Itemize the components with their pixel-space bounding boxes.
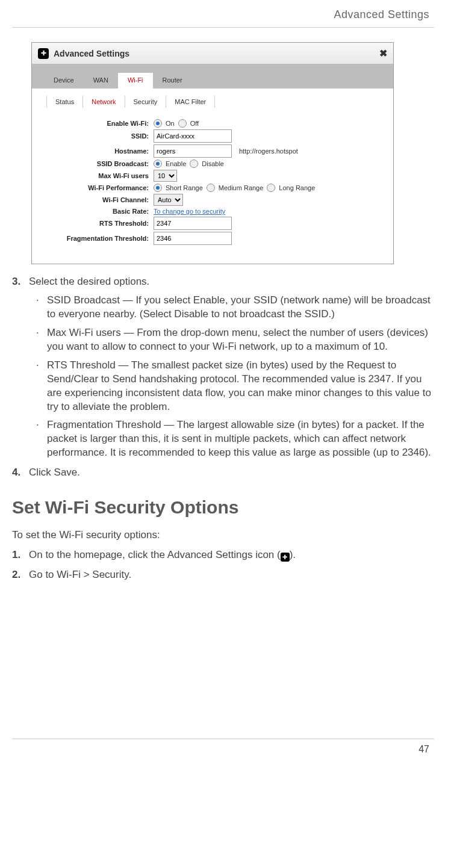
- step-text: Click Save.: [29, 466, 80, 480]
- intro-text: To set the Wi-Fi security options:: [12, 529, 434, 542]
- radio-short-label: Short Range: [166, 184, 203, 191]
- bullet-dot-icon: ·: [36, 326, 47, 354]
- step1-pre: On to the homepage, click the Advanced S…: [29, 549, 281, 560]
- radio-off-label: Off: [190, 120, 199, 127]
- step-number: 1.: [12, 548, 29, 562]
- shield-icon: ✚: [38, 48, 49, 59]
- frag-label: Fragmentation Threshold:: [46, 235, 154, 242]
- bullet-dot-icon: ·: [36, 294, 47, 321]
- step1-post: ).: [290, 549, 296, 560]
- step-number: 4.: [12, 466, 29, 480]
- bullet-dot-icon: ·: [36, 359, 47, 414]
- sub-tabs: Status Network Security MAC Filter: [32, 88, 393, 111]
- ssid-input[interactable]: [154, 129, 232, 143]
- step-text: Go to Wi-Fi > Security.: [29, 568, 131, 582]
- hostname-input[interactable]: [154, 144, 232, 158]
- radio-medium-label: Medium Range: [219, 184, 264, 191]
- step-text: On to the homepage, click the Advanced S…: [29, 548, 296, 562]
- tab-wan[interactable]: WAN: [84, 73, 118, 88]
- hostname-suffix: http://rogers.hotspot: [239, 147, 298, 155]
- tab-device[interactable]: Device: [44, 73, 84, 88]
- sec-step-1: 1. On to the homepage, click the Advance…: [12, 548, 434, 562]
- bullet-item: · Fragmentation Threshold — The largest …: [36, 418, 434, 460]
- radio-short[interactable]: [154, 184, 162, 192]
- hostname-label: Hostname:: [46, 147, 154, 155]
- bullet-text: RTS Threshold — The smallest packet size…: [47, 359, 434, 414]
- bullet-dot-icon: ·: [36, 418, 47, 460]
- step-number: 3.: [12, 275, 29, 289]
- radio-disable-label: Disable: [202, 160, 224, 167]
- page-number: 47: [12, 739, 434, 755]
- enable-wifi-label: Enable Wi-Fi:: [46, 120, 154, 127]
- frag-input[interactable]: [154, 232, 232, 245]
- ssid-label: SSID:: [46, 132, 154, 140]
- radio-long[interactable]: [267, 184, 275, 192]
- radio-on[interactable]: [154, 119, 162, 128]
- bullet-text: Max Wi-Fi users — From the drop-down men…: [47, 326, 434, 354]
- shield-icon: ✚: [281, 553, 290, 562]
- radio-off[interactable]: [178, 119, 187, 128]
- step-number: 2.: [12, 568, 29, 582]
- subtab-network[interactable]: Network: [83, 96, 125, 108]
- bullet-text: Fragmentation Threshold — The largest al…: [47, 418, 434, 460]
- close-icon[interactable]: ✖: [379, 48, 387, 59]
- radio-enable[interactable]: [154, 160, 162, 168]
- channel-label: Wi-Fi Channel:: [46, 196, 154, 203]
- radio-enable-label: Enable: [166, 160, 186, 167]
- subtab-status[interactable]: Status: [46, 96, 83, 108]
- bullet-item: · SSID Broadcast — If you select Enable,…: [36, 294, 434, 321]
- bullet-text: SSID Broadcast — If you select Enable, y…: [47, 294, 434, 321]
- radio-on-label: On: [166, 120, 175, 127]
- tab-wifi[interactable]: Wi-Fi: [118, 73, 153, 88]
- form-area: Enable Wi-Fi: On Off SSID: Hostname:: [32, 111, 393, 264]
- radio-disable[interactable]: [190, 160, 198, 168]
- basic-rate-link[interactable]: To change go to security: [154, 208, 225, 215]
- sec-step-2: 2. Go to Wi-Fi > Security.: [12, 568, 434, 582]
- bullet-item: · RTS Threshold — The smallest packet si…: [36, 359, 434, 414]
- advanced-settings-dialog: ✚ Advanced Settings ✖ Device WAN Wi-Fi R…: [31, 42, 394, 264]
- channel-select[interactable]: Auto: [154, 194, 183, 206]
- step-text: Select the desired options.: [29, 275, 149, 289]
- step-3: 3. Select the desired options.: [12, 275, 434, 289]
- radio-long-label: Long Range: [279, 184, 315, 191]
- tab-router[interactable]: Router: [153, 73, 192, 88]
- primary-tabs: Device WAN Wi-Fi Router: [32, 64, 393, 88]
- section-heading: Set Wi-Fi Security Options: [12, 495, 434, 520]
- radio-medium[interactable]: [207, 184, 215, 192]
- rts-input[interactable]: [154, 217, 232, 230]
- max-users-select[interactable]: 10: [154, 170, 177, 182]
- rts-label: RTS Threshold:: [46, 220, 154, 227]
- ssid-broadcast-label: SSID Broadcast:: [46, 160, 154, 167]
- dialog-title: Advanced Settings: [54, 49, 379, 58]
- step-4: 4. Click Save.: [12, 466, 434, 480]
- subtab-macfilter[interactable]: MAC Filter: [166, 96, 215, 108]
- max-users-label: Max Wi-Fi users: [46, 172, 154, 179]
- basic-rate-label: Basic Rate:: [46, 208, 154, 215]
- bullet-item: · Max Wi-Fi users — From the drop-down m…: [36, 326, 434, 354]
- page-header: Advanced Settings: [12, 0, 434, 28]
- dialog-titlebar: ✚ Advanced Settings ✖: [32, 43, 393, 64]
- perf-label: Wi-Fi Performance:: [46, 184, 154, 191]
- subtab-security[interactable]: Security: [125, 96, 167, 108]
